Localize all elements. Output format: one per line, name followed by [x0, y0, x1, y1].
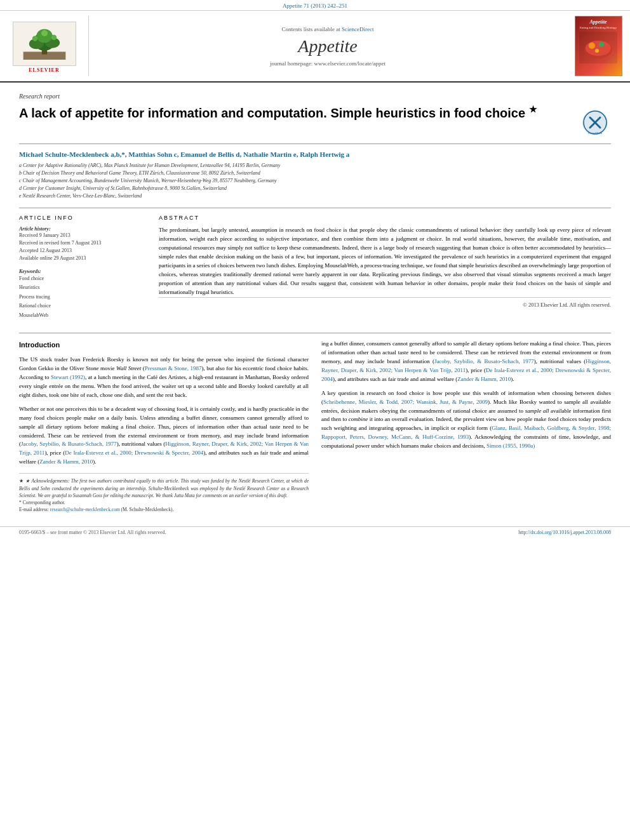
abstract-heading: ABSTRACT [159, 215, 611, 221]
journal-title: Appetite [298, 36, 357, 57]
keywords-section: Keywords: Food choice Heuristics Process… [19, 269, 146, 320]
footnote-corresponding: * Corresponding author. [19, 499, 309, 506]
article-title-star: ★ [529, 104, 537, 114]
keywords-label: Keywords: [19, 269, 146, 274]
body-two-column: Introduction The US stock trader Ivan Fr… [19, 340, 611, 514]
ref-jacoby: Jacoby, Szybilio, & Busato-Schach, 1977 [21, 441, 117, 447]
article-title-text: A lack of appetite for information and c… [19, 106, 525, 120]
article-info-column: ARTICLE INFO Article history: Received 9… [19, 215, 146, 326]
svg-text:CrossMark: CrossMark [588, 131, 603, 135]
journal-header: ELSEVIER Contents lists available at Sci… [0, 11, 630, 83]
footnote-email: E-mail address: research@schulte-mecklen… [19, 506, 309, 513]
history-label: Article history: [19, 226, 146, 232]
email-note: (M. Schulte-Mecklenbeck). [121, 507, 174, 512]
copyright-line: © 2013 Elsevier Ltd. All rights reserved… [159, 297, 611, 312]
email-label: E-mail address: [19, 507, 49, 512]
author-affiliations: a Center for Adaptive Rationality (ARC),… [19, 162, 611, 200]
keyword-mouselabweb: MouselabWeb [19, 312, 48, 318]
right-para-2: A key question in research on food choic… [321, 389, 611, 451]
elsevier-logo-image [13, 22, 76, 66]
available-date: Available online 29 August 2013 [19, 255, 146, 262]
revised-date: Received in revised form 7 August 2013 [19, 239, 146, 247]
affiliation-e: e Nestlé Research Center, Vers-Chez-Les-… [19, 193, 142, 199]
corresponding-label: * Corresponding author. [19, 500, 65, 505]
homepage-text: journal homepage: www.elsevier.com/locat… [270, 60, 385, 67]
citation-bar: Appetite 71 (2013) 242–251 [0, 0, 630, 11]
svg-point-7 [32, 36, 37, 41]
main-content: Research report A lack of appetite for i… [0, 83, 630, 520]
doi-link[interactable]: http://dx.doi.org/10.1016/j.appet.2013.0… [518, 530, 611, 535]
ref-scheibehenne: Scheibehenne, Miesler, & Todd, 2007; Wan… [323, 399, 488, 405]
ref-irala: De Irala-Estevez et al., 2000; Drewnowsk… [65, 450, 203, 456]
body-left-column: Introduction The US stock trader Ivan Fr… [19, 340, 309, 514]
article-history: Article history: Received 9 January 2013… [19, 226, 146, 262]
keyword-heuristics: Heuristics [19, 284, 39, 290]
journal-center: Contents lists available at ScienceDirec… [89, 16, 566, 76]
keywords-list: Food choice Heuristics Process tracing R… [19, 274, 146, 320]
affiliation-d: d Center for Customer Insight, Universit… [19, 185, 227, 191]
footnote-star: ★ ★ Acknowledgements: The first two auth… [19, 477, 309, 499]
keyword-food-choice: Food choice [19, 276, 44, 281]
issn-text: 0195-6663/$ – see front matter © 2013 El… [19, 530, 166, 535]
authors-line: Michael Schulte-Mecklenbeck a,b,*, Matth… [19, 150, 611, 158]
received-date: Received 9 January 2013 [19, 232, 146, 239]
right-para-1: ing a buffet dinner, consumers cannot ge… [321, 340, 611, 384]
ref-zander: Zander & Hamm, 2010 [39, 458, 93, 465]
affiliation-c: c Chair of Management Accounting, Bundes… [19, 178, 277, 183]
body-right-column: ing a buffet dinner, consumers cannot ge… [321, 340, 611, 514]
svg-point-13 [589, 43, 595, 49]
keyword-rational-choice: Rational choice [19, 303, 51, 309]
journal-cover-area: Appetite Eating and Drinking Biology [566, 16, 630, 76]
article-type: Research report [19, 89, 611, 100]
accepted-date: Accepted 12 August 2013 [19, 247, 146, 255]
ref-simon: Simon (1955, 1990a) [486, 443, 535, 449]
article-title: A lack of appetite for information and c… [19, 103, 573, 121]
science-direct-line: Contents lists available at ScienceDirec… [282, 26, 374, 32]
ref-stewart: Stewart (1992) [51, 374, 85, 380]
science-direct-link[interactable]: ScienceDirect [342, 26, 373, 32]
ref-pressman: Pressman & Stone, 1987 [145, 365, 202, 371]
cover-subtitle: Eating and Drinking Biology [580, 26, 617, 29]
keyword-process-tracing: Process tracing [19, 294, 50, 300]
intro-para-1: The US stock trader Ivan Frederick Boesk… [19, 356, 309, 400]
introduction-heading: Introduction [19, 340, 309, 350]
affiliation-b: b Chair of Decision Theory and Behaviora… [19, 170, 260, 176]
journal-homepage: journal homepage: www.elsevier.com/locat… [270, 60, 385, 67]
intro-para-2: Whether or not one perceives this to be … [19, 405, 309, 467]
elsevier-logo-area: ELSEVIER [0, 16, 89, 76]
crossmark-area: CrossMark [579, 107, 611, 138]
article-body: Introduction The US stock trader Ivan Fr… [19, 333, 611, 514]
svg-point-15 [595, 49, 599, 53]
email-link[interactable]: research@schulte-mecklenbeck.com [50, 507, 120, 512]
svg-point-14 [599, 42, 604, 47]
abstract-column: ABSTRACT The predominant, but largely un… [159, 215, 611, 326]
ref-jacoby-r: Jacoby, Szybilio, & Busato-Schach, 1977 [434, 358, 534, 364]
svg-point-8 [51, 35, 56, 40]
svg-point-9 [41, 30, 48, 36]
footnote-area: ★ ★ Acknowledgements: The first two auth… [19, 473, 309, 513]
journal-cover-image: Appetite Eating and Drinking Biology [575, 16, 622, 76]
ref-zander-r: Zander & Hamm, 2010 [457, 376, 511, 382]
info-abstract-section: ARTICLE INFO Article history: Received 9… [19, 208, 611, 326]
svg-point-12 [586, 41, 611, 56]
abstract-text: The predominant, but largely untested, a… [159, 226, 611, 297]
elsevier-brand-text: ELSEVIER [29, 67, 59, 73]
bottom-bar: 0195-6663/$ – see front matter © 2013 El… [0, 526, 630, 538]
cover-title: Appetite [589, 19, 607, 25]
article-info-heading: ARTICLE INFO [19, 215, 146, 221]
ref-glanz: Glanz, Basil, Maibach, Goldberg, & Snyde… [321, 425, 611, 440]
article-title-section: A lack of appetite for information and c… [19, 103, 611, 144]
footnote-star-text: ★ Acknowledgements: The first two author… [19, 478, 309, 498]
citation-text: Appetite 71 (2013) 242–251 [283, 3, 347, 9]
affiliation-a: a Center for Adaptive Rationality (ARC),… [19, 163, 280, 168]
crossmark-icon: CrossMark [581, 109, 609, 137]
contents-text: Contents lists available at [282, 26, 340, 32]
